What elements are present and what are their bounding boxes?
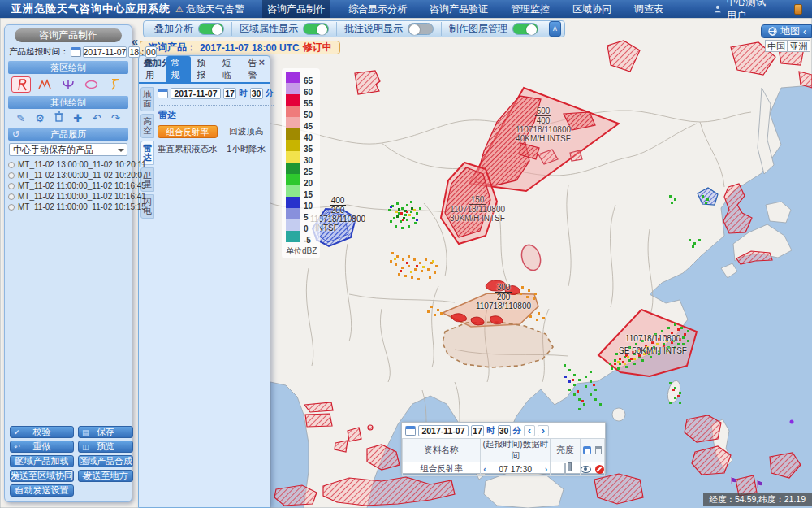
- product-vil[interactable]: 垂直累积液态水: [158, 144, 218, 155]
- history-list: MT_11-02 13:00:00_11-02 10:20:11 MT_11-0…: [5, 158, 132, 214]
- nav-item-region-coop[interactable]: 区域协同: [568, 0, 616, 18]
- nav-item-label: 危险天气告警: [186, 0, 244, 18]
- tab-forecast[interactable]: 预报: [192, 56, 217, 82]
- save-icon[interactable]: [583, 446, 591, 454]
- radio-icon[interactable]: [8, 204, 15, 211]
- start-date-input[interactable]: 2017-11-07: [83, 46, 127, 58]
- history-filter-select[interactable]: 中心手动保存的产品: [9, 143, 127, 156]
- nav-item-product-verify[interactable]: 咨询产品验证: [425, 0, 493, 18]
- step-prev-icon[interactable]: ‹: [483, 464, 486, 474]
- remove-layer-icon[interactable]: [595, 465, 604, 474]
- move-icon[interactable]: ✚: [71, 112, 84, 124]
- sidebar-collapse-icon[interactable]: «: [132, 35, 138, 48]
- brightness-slider[interactable]: [564, 463, 566, 475]
- line-draw-tool[interactable]: [35, 76, 54, 93]
- annotation-show-toggle[interactable]: [408, 23, 434, 35]
- product-1h-precip[interactable]: 1小时降水: [219, 144, 274, 155]
- undo-icon[interactable]: ↶: [90, 112, 103, 124]
- overlay-hour-input[interactable]: 17: [223, 88, 236, 99]
- radio-icon[interactable]: [8, 183, 15, 189]
- layer-manage-toggle[interactable]: [512, 23, 538, 35]
- overlay-date-input[interactable]: 2017-11-07: [171, 88, 221, 99]
- auto-send-settings-button[interactable]: ⚙自动发送设置: [10, 484, 74, 497]
- trident-draw-tool[interactable]: [58, 76, 78, 93]
- calendar-icon[interactable]: [158, 89, 168, 98]
- flight-level-top: 400: [330, 196, 347, 206]
- region-tab-china[interactable]: 中国: [765, 40, 788, 52]
- data-time-value: 07 17:30: [499, 464, 532, 474]
- redo-button[interactable]: ↶重做: [10, 441, 74, 453]
- slider-knob[interactable]: [568, 462, 572, 471]
- tab-alert[interactable]: 告警: [243, 56, 268, 82]
- region-product-compose-button[interactable]: ▧区域产品合成: [78, 455, 133, 467]
- nav-item-weather-alert[interactable]: ⚠ 危险天气告警: [171, 0, 249, 18]
- history-item[interactable]: MT_11-02 11:00:00_11-02 10:15:15: [8, 202, 128, 212]
- region-product-load-button[interactable]: ▦区域产品加载: [10, 455, 74, 467]
- data-time-panel: 2017-11-07 17 时 30 分 ‹ › 资料名称 (起报时间)数据时间…: [401, 422, 606, 474]
- redo-icon[interactable]: ↷: [109, 112, 122, 124]
- history-item[interactable]: MT_11-02 11:00:00_11-02 10:16:41: [8, 191, 128, 202]
- preview-icon: ◫: [82, 442, 89, 453]
- flight-level-top: 150: [469, 195, 486, 205]
- product-status-banner: 咨询产品： 2017-11-07 18:00 UTC 修订中: [140, 41, 340, 54]
- logout-icon[interactable]: [794, 4, 802, 15]
- radio-icon[interactable]: [8, 193, 15, 200]
- history-item[interactable]: MT_11-02 13:00:00_11-02 10:20:11: [8, 159, 128, 170]
- nav-item-manage-monitor[interactable]: 管理监控: [506, 0, 555, 18]
- panel-date-input[interactable]: 2017-11-07: [418, 425, 469, 436]
- edit-icon[interactable]: ✎: [15, 112, 28, 124]
- nav-item-label: 管理监控: [511, 0, 550, 18]
- sidebar-title: 咨询产品制作: [15, 28, 122, 42]
- tab-common[interactable]: 常用: [140, 56, 166, 82]
- history-item[interactable]: MT_11-02 13:00:00_11-02 10:20:07: [8, 170, 128, 180]
- top-navigation-bar: 亚洲危险天气咨询中心应用系统 ⚠ 危险天气告警 咨询产品制作 综合显示分析 咨询…: [0, 0, 812, 18]
- overlay-analysis-toggle[interactable]: [198, 23, 224, 35]
- send-to-local-button[interactable]: ➔发送至地方: [78, 470, 133, 482]
- user-info[interactable]: 中心测试用户: [714, 0, 775, 23]
- tab-nowcast[interactable]: 短临: [218, 56, 243, 82]
- radio-icon[interactable]: [8, 172, 15, 179]
- overlay-minute-input[interactable]: 30: [250, 88, 263, 99]
- side-tab-upper-air[interactable]: 高空: [140, 114, 154, 138]
- region-tabs: 中国 亚洲: [765, 40, 810, 52]
- start-hour-input[interactable]: 18: [128, 46, 140, 58]
- radio-icon[interactable]: [8, 162, 15, 168]
- tab-regular[interactable]: 常规: [166, 56, 192, 82]
- toolbar-collapse-button[interactable]: ˄: [549, 21, 561, 37]
- product-making-panel: « 咨询产品制作 产品起报时间： 2017-11-07 18 : 00 落区绘制: [4, 24, 132, 502]
- nav-item-display-analysis[interactable]: 综合显示分析: [343, 0, 412, 18]
- map-layer-button[interactable]: 地图 ‹: [761, 24, 812, 38]
- polygon-draw-tool[interactable]: [11, 76, 31, 93]
- visibility-eye-icon[interactable]: [581, 466, 591, 473]
- nav-menu: ⚠ 危险天气告警 咨询产品制作 综合显示分析 咨询产品验证 管理监控 区域协同 …: [171, 0, 668, 18]
- region-attr-toggle[interactable]: [303, 23, 329, 35]
- preview-button[interactable]: ◫预览: [78, 441, 133, 453]
- gear-icon[interactable]: ⚙: [33, 112, 46, 124]
- curve-draw-tool[interactable]: [106, 76, 125, 93]
- step-next-icon[interactable]: ›: [545, 464, 548, 474]
- send-to-region-button[interactable]: ➔发送至区域协同: [10, 470, 74, 482]
- toggle-label: 区域属性显示: [240, 22, 298, 36]
- history-item[interactable]: MT_11-02 11:00:00_11-02 10:16:45: [8, 180, 128, 191]
- product-composite-reflectivity[interactable]: 组合反射率: [158, 125, 218, 138]
- region-tab-asia[interactable]: 亚洲: [788, 40, 810, 52]
- calendar-icon[interactable]: [71, 47, 81, 57]
- panel-minute-input[interactable]: 30: [498, 425, 511, 436]
- trash-icon[interactable]: [52, 111, 65, 124]
- calendar-icon[interactable]: [405, 426, 416, 436]
- time-prev-button[interactable]: ‹: [524, 425, 535, 436]
- side-tab-surface[interactable]: 地面: [140, 87, 154, 111]
- start-minute-input[interactable]: 00: [145, 46, 157, 58]
- time-next-button[interactable]: ›: [538, 425, 549, 436]
- trash-icon[interactable]: [595, 446, 602, 454]
- panel-hour-input[interactable]: 17: [471, 425, 484, 436]
- ellipse-draw-tool[interactable]: [82, 76, 102, 93]
- save-button[interactable]: ▤保存: [78, 426, 133, 438]
- validate-button[interactable]: ✔校验: [10, 426, 74, 438]
- save-icon: ▤: [82, 428, 89, 438]
- send-icon: ➔: [82, 471, 89, 482]
- nav-item-survey[interactable]: 调查表: [629, 0, 668, 18]
- valid-time: 110718/110800: [611, 334, 695, 343]
- product-echo-top[interactable]: 回波顶高: [219, 126, 274, 137]
- nav-item-product-making[interactable]: 咨询产品制作: [262, 0, 330, 18]
